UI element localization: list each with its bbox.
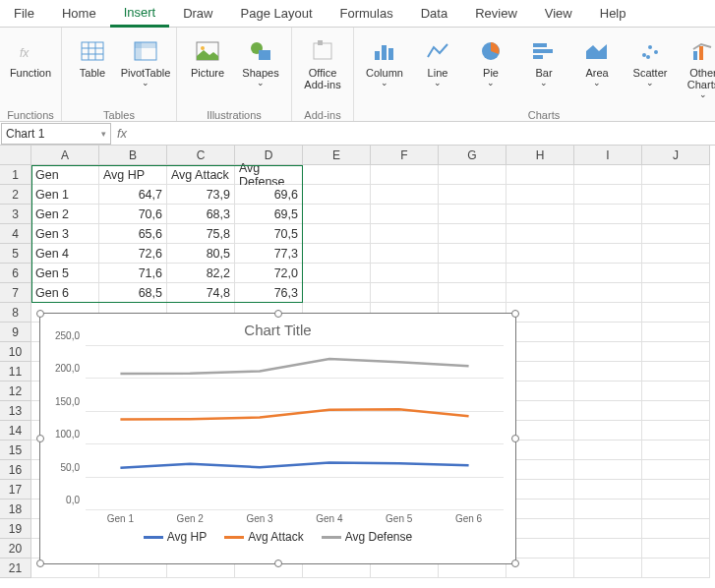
row-header[interactable]: 16 xyxy=(0,460,31,480)
cell[interactable] xyxy=(303,185,371,205)
cell[interactable] xyxy=(642,323,710,342)
cell[interactable]: 65,6 xyxy=(99,224,167,244)
cell[interactable]: 68,5 xyxy=(99,283,167,303)
cell[interactable] xyxy=(506,244,574,264)
cell[interactable] xyxy=(642,185,710,205)
row-header[interactable]: 11 xyxy=(0,362,31,382)
row-header[interactable]: 2 xyxy=(0,185,31,205)
bar-chart-button[interactable]: Bar⌄ xyxy=(519,33,568,106)
cell[interactable]: 76,3 xyxy=(235,283,303,303)
cell[interactable] xyxy=(642,559,710,578)
cell[interactable] xyxy=(642,244,710,264)
row-header[interactable]: 6 xyxy=(0,264,31,283)
cell[interactable] xyxy=(371,224,439,244)
cell[interactable] xyxy=(642,342,710,362)
cell[interactable] xyxy=(642,165,710,185)
cell[interactable]: Gen 1 xyxy=(31,185,99,205)
row-header[interactable]: 15 xyxy=(0,441,31,460)
cell[interactable] xyxy=(574,224,642,244)
row-header[interactable]: 12 xyxy=(0,382,31,401)
cell[interactable] xyxy=(439,205,506,224)
cell[interactable] xyxy=(642,500,710,519)
cell[interactable] xyxy=(506,519,574,539)
picture-button[interactable]: Picture xyxy=(183,33,232,106)
tab-draw[interactable]: Draw xyxy=(169,1,226,26)
cell[interactable] xyxy=(574,421,642,441)
cell[interactable]: 82,2 xyxy=(167,264,235,283)
chart-plot-area[interactable]: 0,0 50,0 100,0 150,0 200,0 250,0 xyxy=(86,346,504,511)
cell[interactable] xyxy=(574,165,642,185)
cell[interactable] xyxy=(371,244,439,264)
cell[interactable] xyxy=(574,342,642,362)
row-header[interactable]: 7 xyxy=(0,283,31,303)
cell[interactable] xyxy=(506,441,574,460)
select-all-corner[interactable] xyxy=(0,146,31,165)
cell[interactable] xyxy=(303,165,371,185)
col-header[interactable]: F xyxy=(371,146,439,165)
cell[interactable] xyxy=(371,205,439,224)
cell[interactable] xyxy=(642,401,710,421)
cell[interactable] xyxy=(574,205,642,224)
cell[interactable]: Gen 5 xyxy=(31,264,99,283)
cell[interactable] xyxy=(574,244,642,264)
col-header[interactable]: A xyxy=(31,146,99,165)
cell[interactable] xyxy=(439,165,506,185)
cell[interactable] xyxy=(439,264,506,283)
cell[interactable]: Gen 4 xyxy=(31,244,99,264)
cell[interactable] xyxy=(574,401,642,421)
cell[interactable] xyxy=(642,264,710,283)
cell[interactable] xyxy=(642,460,710,480)
cell[interactable]: 72,0 xyxy=(235,264,303,283)
chart-legend[interactable]: Avg HP Avg Attack Avg Defense xyxy=(40,524,515,550)
cell[interactable] xyxy=(642,303,710,323)
cell[interactable] xyxy=(574,323,642,342)
col-header[interactable]: I xyxy=(574,146,642,165)
tab-file[interactable]: File xyxy=(0,1,48,26)
row-header[interactable]: 17 xyxy=(0,480,31,500)
col-header[interactable]: E xyxy=(303,146,371,165)
cell[interactable] xyxy=(439,224,506,244)
col-header[interactable]: J xyxy=(642,146,710,165)
cell[interactable]: 72,6 xyxy=(99,244,167,264)
cell[interactable] xyxy=(642,362,710,382)
row-header[interactable]: 20 xyxy=(0,539,31,559)
cell[interactable] xyxy=(303,244,371,264)
cell[interactable]: 80,5 xyxy=(167,244,235,264)
cell[interactable]: 68,3 xyxy=(167,205,235,224)
name-box[interactable]: Chart 1▾ xyxy=(1,123,111,145)
resize-handle[interactable] xyxy=(36,310,44,318)
tab-review[interactable]: Review xyxy=(461,1,531,26)
cell[interactable] xyxy=(574,185,642,205)
row-header[interactable]: 13 xyxy=(0,401,31,421)
cell[interactable] xyxy=(574,303,642,323)
cell[interactable]: 64,7 xyxy=(99,185,167,205)
cell[interactable] xyxy=(371,165,439,185)
row-header[interactable]: 19 xyxy=(0,519,31,539)
column-chart-button[interactable]: Column⌄ xyxy=(360,33,409,106)
col-header[interactable]: G xyxy=(439,146,506,165)
cell[interactable] xyxy=(642,224,710,244)
cell[interactable]: Gen 3 xyxy=(31,224,99,244)
cell[interactable]: Gen xyxy=(31,165,99,185)
cell[interactable]: 70,6 xyxy=(99,205,167,224)
cell[interactable] xyxy=(642,480,710,500)
cell[interactable] xyxy=(574,500,642,519)
cell[interactable]: Avg HP xyxy=(99,165,167,185)
cell[interactable]: 69,5 xyxy=(235,205,303,224)
cell[interactable] xyxy=(439,283,506,303)
cell[interactable] xyxy=(506,165,574,185)
cell[interactable] xyxy=(506,264,574,283)
cell[interactable]: Avg Defense xyxy=(235,165,303,185)
row-header[interactable]: 14 xyxy=(0,421,31,441)
cell[interactable] xyxy=(303,283,371,303)
cell[interactable] xyxy=(642,205,710,224)
cell[interactable] xyxy=(506,539,574,559)
row-header[interactable]: 21 xyxy=(0,559,31,578)
cell[interactable] xyxy=(506,500,574,519)
cell[interactable] xyxy=(506,205,574,224)
cell[interactable] xyxy=(439,244,506,264)
shapes-button[interactable]: Shapes⌄ xyxy=(236,33,285,106)
row-header[interactable]: 10 xyxy=(0,342,31,362)
cell[interactable] xyxy=(371,283,439,303)
formula-input[interactable] xyxy=(133,124,280,144)
